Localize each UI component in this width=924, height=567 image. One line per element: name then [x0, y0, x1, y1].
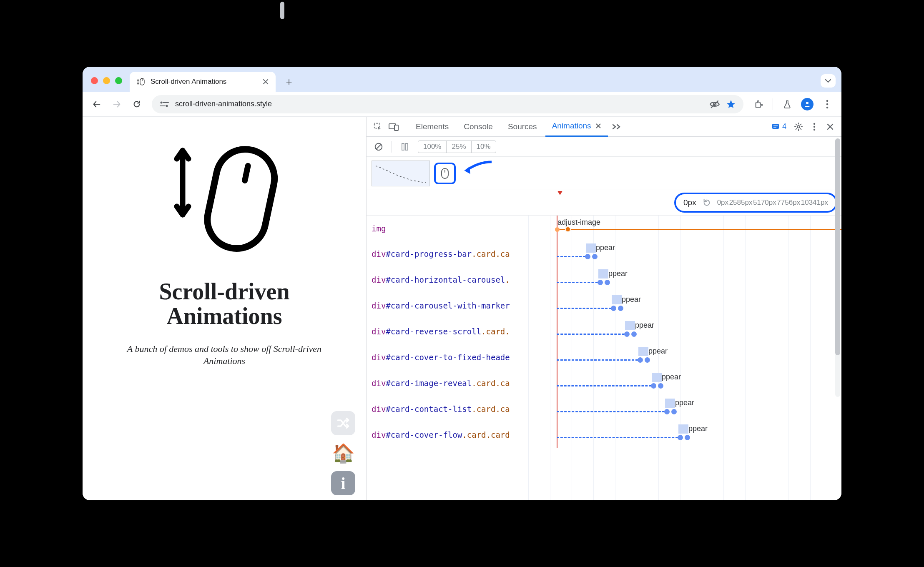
tab-console[interactable]: Console [457, 117, 500, 137]
svg-rect-17 [394, 125, 398, 130]
tick-0: 0px [717, 198, 728, 207]
svg-point-10 [826, 103, 829, 105]
svg-line-7 [711, 100, 718, 108]
animation-name: adjust-image [557, 218, 600, 227]
animation-track: appear [528, 344, 841, 370]
pause-icon [401, 143, 409, 151]
animation-row[interactable]: div#card-carousel-with-markerappear [367, 293, 841, 319]
browser-tab[interactable]: Scroll-driven Animations [130, 72, 276, 92]
svg-rect-27 [402, 143, 404, 150]
url-text: scroll-driven-animations.style [175, 100, 272, 108]
new-tab-button[interactable]: + [281, 74, 296, 89]
browser-menu-button[interactable] [819, 96, 836, 113]
forward-button[interactable] [108, 96, 125, 113]
maximize-window-button[interactable] [115, 77, 122, 84]
close-devtools-button[interactable] [823, 120, 837, 134]
animation-track: appear [528, 293, 841, 319]
minimize-window-button[interactable] [103, 77, 110, 84]
animation-row[interactable]: imgadjust-image [367, 215, 841, 241]
issues-icon [771, 123, 780, 131]
close-icon[interactable] [595, 123, 601, 129]
animation-groups-row [367, 157, 841, 190]
animation-track: appear [528, 267, 841, 293]
devtools-tabbar: Elements Console Sources Animations 4 [367, 117, 841, 137]
home-button[interactable]: 🏠 [331, 441, 355, 465]
pause-all-button[interactable] [398, 140, 412, 154]
playhead-marker-icon[interactable] [557, 190, 563, 196]
tick-3: 7756px [777, 198, 800, 207]
svg-rect-20 [773, 127, 776, 128]
profile-button[interactable] [799, 96, 816, 113]
shuffle-button[interactable] [331, 411, 355, 435]
arrow-right-icon [112, 100, 121, 109]
tab-elements[interactable]: Elements [409, 117, 455, 137]
clear-animations-button[interactable] [372, 140, 386, 154]
svg-point-23 [814, 125, 815, 127]
svg-rect-14 [241, 163, 251, 184]
tick-1: 2585px [729, 198, 753, 207]
tab-animations[interactable]: Animations [545, 117, 608, 137]
tab-sources[interactable]: Sources [501, 117, 544, 137]
svg-point-11 [826, 106, 829, 108]
chevron-down-icon [825, 79, 831, 83]
extensions-button[interactable] [750, 96, 767, 113]
close-icon [826, 123, 834, 130]
bookmark-star-icon[interactable] [726, 99, 736, 109]
svg-point-24 [814, 128, 815, 130]
devtools-scrollbar[interactable] [835, 138, 840, 397]
svg-rect-19 [773, 125, 778, 126]
site-settings-icon[interactable] [159, 100, 169, 108]
avatar-icon [801, 98, 814, 110]
inspect-element-button[interactable] [371, 120, 385, 134]
svg-point-21 [797, 125, 800, 128]
close-tab-button[interactable] [262, 78, 269, 85]
tab-strip: Scroll-driven Animations + [83, 67, 841, 92]
animation-row[interactable]: div#card-cover-to-fixed-headeappear [367, 344, 841, 370]
animation-row[interactable]: div#card-cover-flow.card.cardappear [367, 422, 841, 448]
speed-100-button[interactable]: 100% [418, 141, 447, 153]
browser-toolbar: scroll-driven-animations.style [83, 92, 841, 117]
speed-10-button[interactable]: 10% [472, 141, 496, 153]
tabs-dropdown-button[interactable] [821, 74, 836, 88]
devtools-settings-button[interactable] [791, 120, 806, 134]
clear-icon [374, 142, 383, 151]
element-selector: div#card-image-reveal.card.ca [367, 379, 528, 388]
animations-controls: 100% 25% 10% [367, 137, 841, 157]
animation-track: appear [528, 422, 841, 448]
element-selector: div#card-cover-flow.card.card [367, 430, 528, 439]
hero-mouse-icon [162, 133, 287, 263]
chevrons-right-icon [612, 124, 621, 130]
info-button[interactable]: i [331, 471, 355, 495]
replay-button[interactable] [702, 198, 711, 207]
speed-25-button[interactable]: 25% [447, 141, 471, 153]
element-selector: div#card-progress-bar.card.ca [367, 249, 528, 258]
experiments-button[interactable] [779, 96, 796, 113]
back-button[interactable] [88, 96, 105, 113]
more-tabs-button[interactable] [610, 120, 624, 134]
tab-favicon-icon [136, 77, 146, 86]
reload-button[interactable] [128, 96, 145, 113]
eye-off-icon[interactable] [709, 99, 720, 110]
device-toolbar-button[interactable] [387, 120, 401, 134]
devtools-panel: Elements Console Sources Animations 4 [366, 117, 841, 500]
animation-row[interactable]: div#card-progress-bar.card.caappear [367, 241, 841, 267]
animation-group-thumb[interactable] [372, 161, 430, 186]
toolbar-divider [773, 98, 773, 110]
devtools-menu-button[interactable] [807, 120, 821, 134]
svg-point-8 [806, 102, 808, 104]
animation-row[interactable]: div#card-reverse-scroll.card.appear [367, 319, 841, 344]
close-window-button[interactable] [91, 77, 98, 84]
address-bar[interactable]: scroll-driven-animations.style [152, 95, 743, 113]
ruler-highlight: 0px 0px 2585px 5170px 7756px 10341px [674, 193, 837, 213]
scroll-driven-indicator[interactable] [434, 163, 456, 184]
tick-2: 5170px [753, 198, 776, 207]
animation-row[interactable]: div#card-horizontal-carousel.appear [367, 267, 841, 293]
animation-row[interactable]: div#card-contact-list.card.caappear [367, 396, 841, 422]
element-selector: div#card-horizontal-carousel. [367, 275, 528, 284]
element-selector: div#card-carousel-with-marker [367, 301, 528, 310]
animation-row[interactable]: div#card-image-reveal.card.caappear [367, 370, 841, 396]
animation-rows: imgadjust-imagediv#card-progress-bar.car… [367, 215, 841, 500]
issues-button[interactable]: 4 [768, 122, 790, 131]
tick-4: 10341px [801, 198, 828, 207]
svg-rect-18 [772, 124, 779, 129]
